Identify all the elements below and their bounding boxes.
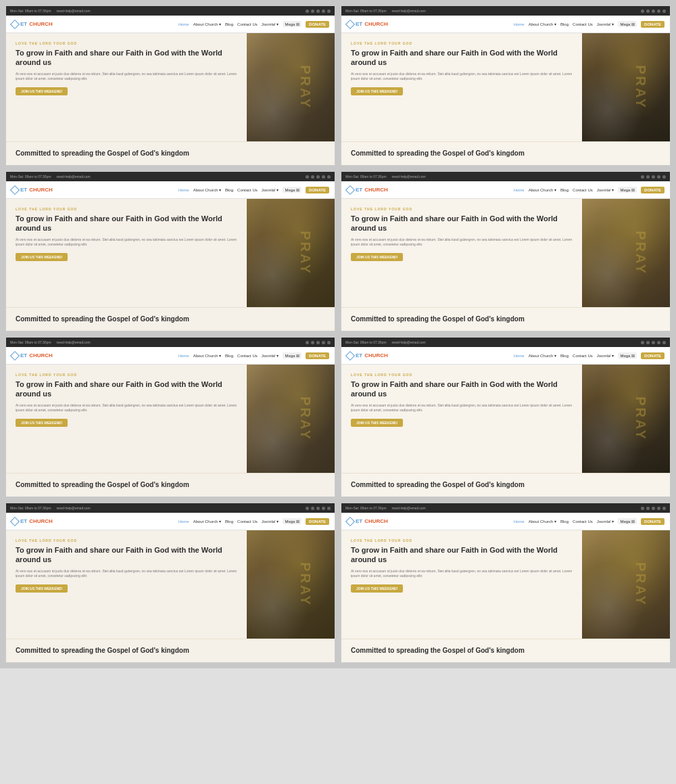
nav-item-6[interactable]: Mega ⊞ [618, 187, 637, 193]
nav-item-3[interactable]: Blog [225, 520, 233, 524]
nav-item-1[interactable]: Home [514, 188, 525, 192]
logo-icon [345, 350, 355, 360]
nav-item-1[interactable]: Home [178, 188, 189, 192]
nav-item-2[interactable]: About Church ▾ [193, 353, 221, 358]
hero-subtitle: LOVE THE LORD YOUR GOD [351, 538, 573, 543]
navbar-logo[interactable]: ET CHURCH [347, 21, 388, 28]
nav-item-1[interactable]: Home [514, 354, 525, 358]
hero-text: LOVE THE LORD YOUR GOD To grow in Faith … [341, 199, 582, 307]
hero-text: LOVE THE LORD YOUR GOD To grow in Faith … [6, 199, 247, 307]
logo-et: ET [20, 352, 27, 359]
donate-button[interactable]: DONATE [641, 518, 665, 525]
nav-item-5[interactable]: Joomla! ▾ [597, 519, 614, 524]
logo-church: CHURCH [29, 21, 53, 27]
nav-item-1[interactable]: Home [178, 22, 189, 26]
nav-item-4[interactable]: Contact Us [573, 22, 593, 26]
nav-item-1[interactable]: Home [178, 520, 189, 524]
nav-item-2[interactable]: About Church ▾ [193, 187, 221, 192]
hero-image [582, 365, 670, 473]
nav-item-3[interactable]: Blog [225, 188, 233, 192]
email-text: need-help@email.com [392, 9, 426, 13]
logo-et: ET [20, 187, 27, 193]
navbar-logo[interactable]: ET CHURCH [11, 187, 53, 193]
donate-button[interactable]: DONATE [306, 352, 329, 359]
nav-item-5[interactable]: Joomla! ▾ [262, 519, 279, 524]
nav-item-1[interactable]: Home [514, 22, 525, 26]
nav-item-6[interactable]: Mega ⊞ [618, 352, 637, 359]
donate-button[interactable]: DONATE [306, 187, 329, 193]
bottom-section: Committed to spreading the Gospel of God… [6, 473, 335, 497]
join-button[interactable]: JOIN US THIS WEEKEND! [16, 87, 68, 95]
navbar-logo[interactable]: ET CHURCH [11, 518, 53, 525]
nav-item-2[interactable]: About Church ▾ [193, 519, 221, 524]
nav-item-4[interactable]: Contact Us [573, 354, 593, 358]
nav-item-5[interactable]: Joomla! ▾ [262, 353, 279, 358]
hours-text: Mon-Sat: 08am to 07.30pm [10, 175, 51, 179]
nav-item-6[interactable]: Mega ⊞ [283, 187, 301, 193]
navbar-nav: HomeAbout Church ▾BlogContact UsJoomla! … [514, 187, 665, 193]
nav-item-3[interactable]: Blog [225, 22, 233, 26]
navbar-logo[interactable]: ET CHURCH [347, 187, 388, 193]
navbar-logo[interactable]: ET CHURCH [347, 518, 388, 525]
navbar-logo[interactable]: ET CHURCH [347, 352, 388, 359]
social-icon-1 [306, 175, 309, 179]
logo-church: CHURCH [364, 21, 388, 27]
browser-card-7: Mon-Sat: 08am to 07.30pm need-help@email… [5, 503, 335, 663]
bottom-section: Committed to spreading the Gospel of God… [6, 141, 335, 165]
nav-item-3[interactable]: Blog [560, 188, 569, 192]
browser-card-4: Mon-Sat: 08am to 07.30pm need-help@email… [341, 171, 671, 331]
nav-item-3[interactable]: Blog [560, 520, 569, 524]
nav-item-2[interactable]: About Church ▾ [529, 187, 556, 192]
join-button[interactable]: JOIN US THIS WEEKEND! [351, 253, 403, 261]
nav-item-2[interactable]: About Church ▾ [529, 353, 556, 358]
browser-card-6: Mon-Sat: 08am to 07.30pm need-help@email… [341, 337, 671, 497]
nav-item-4[interactable]: Contact Us [237, 354, 258, 358]
social-icon-3 [652, 175, 655, 179]
donate-button[interactable]: DONATE [306, 518, 329, 525]
nav-item-4[interactable]: Contact Us [237, 22, 258, 26]
social-icon-4 [657, 341, 660, 344]
nav-item-4[interactable]: Contact Us [237, 520, 258, 524]
join-button[interactable]: JOIN US THIS WEEKEND! [351, 87, 403, 95]
join-button[interactable]: JOIN US THIS WEEKEND! [351, 419, 403, 427]
nav-item-5[interactable]: Joomla! ▾ [262, 22, 279, 26]
nav-item-6[interactable]: Mega ⊞ [618, 518, 637, 524]
nav-item-6[interactable]: Mega ⊞ [618, 21, 637, 27]
navbar-nav: HomeAbout Church ▾BlogContact UsJoomla! … [178, 187, 329, 193]
donate-button[interactable]: DONATE [641, 352, 665, 359]
join-button[interactable]: JOIN US THIS WEEKEND! [16, 584, 68, 593]
donate-button[interactable]: DONATE [306, 21, 329, 28]
nav-item-4[interactable]: Contact Us [573, 520, 593, 524]
nav-item-2[interactable]: About Church ▾ [193, 22, 221, 26]
nav-item-4[interactable]: Contact Us [573, 188, 593, 192]
social-icon-3 [652, 341, 655, 344]
nav-item-2[interactable]: About Church ▾ [529, 22, 556, 26]
nav-item-6[interactable]: Mega ⊞ [283, 518, 301, 524]
join-button[interactable]: JOIN US THIS WEEKEND! [16, 419, 68, 427]
hero-text: LOVE THE LORD YOUR GOD To grow in Faith … [341, 530, 582, 639]
join-button[interactable]: JOIN US THIS WEEKEND! [16, 253, 68, 261]
donate-button[interactable]: DONATE [641, 187, 665, 193]
nav-item-4[interactable]: Contact Us [237, 188, 258, 192]
nav-item-5[interactable]: Joomla! ▾ [597, 353, 614, 358]
navbar-logo[interactable]: ET CHURCH [11, 352, 53, 359]
nav-item-5[interactable]: Joomla! ▾ [262, 187, 279, 192]
navbar-nav: HomeAbout Church ▾BlogContact UsJoomla! … [178, 352, 329, 359]
nav-item-3[interactable]: Blog [225, 354, 233, 358]
social-icons [306, 341, 331, 344]
social-icon-5 [327, 9, 331, 13]
nav-item-3[interactable]: Blog [560, 22, 569, 26]
nav-item-1[interactable]: Home [514, 520, 525, 524]
navbar-logo[interactable]: ET CHURCH [11, 21, 53, 28]
nav-item-6[interactable]: Mega ⊞ [283, 21, 301, 27]
hero-title: To grow in Faith and share our Faith in … [351, 379, 573, 399]
nav-item-5[interactable]: Joomla! ▾ [597, 187, 614, 192]
join-button[interactable]: JOIN US THIS WEEKEND! [351, 584, 403, 593]
nav-item-5[interactable]: Joomla! ▾ [597, 22, 614, 26]
nav-item-3[interactable]: Blog [560, 354, 569, 358]
hero-text: LOVE THE LORD YOUR GOD To grow in Faith … [341, 33, 582, 141]
donate-button[interactable]: DONATE [641, 21, 665, 28]
nav-item-6[interactable]: Mega ⊞ [283, 352, 301, 359]
nav-item-2[interactable]: About Church ▾ [529, 519, 556, 524]
nav-item-1[interactable]: Home [178, 354, 189, 358]
